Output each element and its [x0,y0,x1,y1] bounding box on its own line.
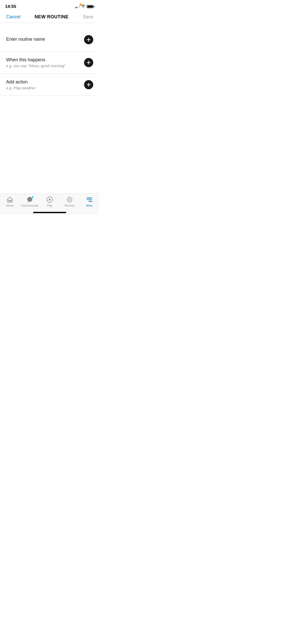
tab-bar: Home Communicate Play Dev [0,194,99,215]
save-button[interactable]: Save [83,14,93,20]
orange-dot-indicator [79,4,82,6]
plus-icon [86,60,91,65]
when-happens-subtitle: e.g. you say "Alexa, good morning" [6,64,84,68]
page-title: NEW ROUTINE [35,14,69,20]
svg-point-10 [69,199,70,201]
more-icon [86,196,93,203]
signal-bar-3 [77,6,78,8]
plus-icon [86,82,91,87]
add-action-row[interactable]: Add action e.g. Play weather [0,74,99,96]
add-action-text: Add action e.g. Play weather [6,79,84,90]
add-routine-name-button[interactable] [84,35,93,44]
tab-devices-label: Devices [64,204,74,207]
more-line-2 [87,199,92,200]
signal-bar-4 [79,5,79,8]
tab-play-label: Play [47,204,52,207]
add-when-button[interactable] [84,58,93,67]
tab-home[interactable]: Home [0,196,20,207]
signal-icon [75,5,79,8]
tab-communicate-label: Communicate [21,204,38,207]
signal-bar-2 [76,7,77,8]
svg-rect-6 [9,201,11,202]
communicate-icon-wrapper [26,196,33,203]
wifi-icon [81,5,85,9]
add-action-subtitle: e.g. Play weather [6,86,84,90]
status-icons [75,5,94,9]
devices-icon [66,196,73,203]
more-line-1 [87,198,92,198]
when-happens-text: When this happens e.g. you say "Alexa, g… [6,57,84,68]
plus-icon [86,37,91,42]
cancel-button[interactable]: Cancel [6,14,20,20]
status-bar: 14:55 [0,0,99,11]
tab-home-label: Home [6,204,13,207]
when-this-happens-row[interactable]: When this happens e.g. you say "Alexa, g… [0,52,99,74]
routine-name-title: Enter routine name [6,37,84,42]
play-icon [46,196,53,203]
nav-bar: Cancel NEW ROUTINE Save [0,11,99,23]
when-happens-title: When this happens [6,57,84,63]
routine-name-text: Enter routine name [6,37,84,43]
tab-more[interactable]: More [79,196,99,207]
enter-routine-name-row[interactable]: Enter routine name [0,28,99,52]
svg-marker-9 [49,199,51,201]
content-area: Enter routine name When this happens e.g… [0,23,99,101]
more-line-3 [89,201,92,202]
tab-communicate[interactable]: Communicate [20,196,40,207]
battery-icon [87,5,94,8]
add-action-button[interactable] [84,80,93,89]
signal-bar-1 [75,7,76,8]
home-icon [6,196,13,203]
tab-more-label: More [86,204,92,207]
communicate-badge [31,196,34,198]
add-action-title: Add action [6,79,84,85]
tab-play[interactable]: Play [40,196,60,207]
home-indicator [33,212,66,213]
tab-devices[interactable]: Devices [60,196,79,207]
status-time: 14:55 [5,4,16,9]
